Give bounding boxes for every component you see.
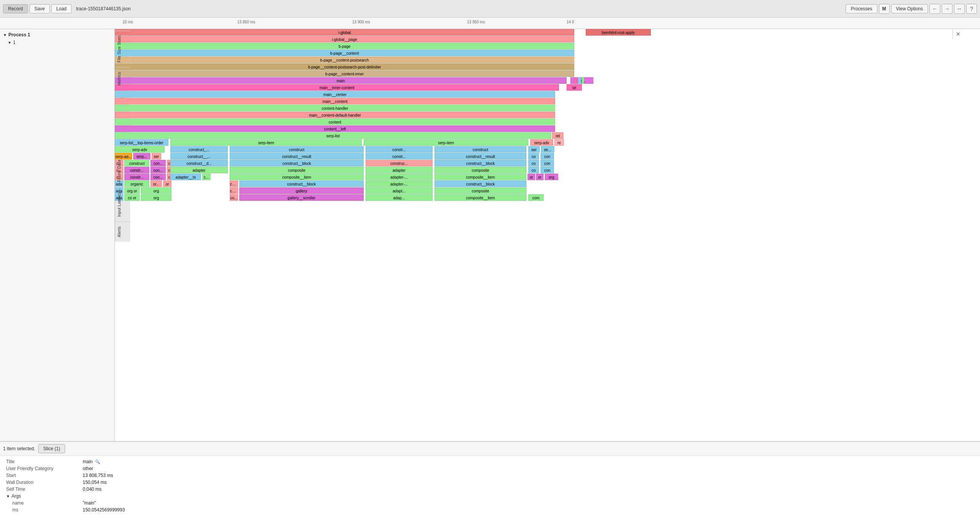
flame-block[interactable]: org bbox=[141, 187, 172, 194]
flame-block[interactable]: adapter bbox=[170, 167, 228, 173]
alerts-tab[interactable]: Alerts bbox=[115, 221, 130, 242]
help-button[interactable]: ? bbox=[966, 4, 977, 14]
flame-block[interactable]: co bbox=[528, 160, 539, 166]
slice-tab[interactable]: Slice (1) bbox=[38, 444, 65, 453]
flame-block[interactable]: main__inner-content bbox=[115, 84, 559, 91]
flame-block[interactable]: construct__block bbox=[434, 160, 526, 166]
flame-block[interactable]: c... bbox=[202, 174, 211, 180]
flame-block[interactable]: co... bbox=[230, 194, 238, 201]
flame-block[interactable]: con bbox=[541, 153, 554, 160]
flame-block[interactable]: serp-item bbox=[170, 139, 362, 146]
flame-block[interactable]: adap... bbox=[366, 194, 433, 201]
flame-block[interactable]: construct__d... bbox=[170, 160, 228, 166]
flame-block[interactable]: serp-list__top-items-order bbox=[115, 139, 168, 146]
view-options-button[interactable]: View Options bbox=[891, 4, 928, 13]
flame-canvas[interactable]: i-global bemhtml-root-apply i-global__pa… bbox=[115, 29, 965, 441]
flame-block[interactable]: construct__result bbox=[434, 153, 526, 160]
flame-block[interactable]: b-page__content-postsearch-post-delimite… bbox=[115, 63, 574, 70]
flame-block[interactable]: rel bbox=[552, 132, 564, 139]
nav-forward-button[interactable]: → bbox=[942, 4, 952, 14]
flame-block[interactable]: constr... bbox=[366, 146, 433, 153]
input-latency-tab[interactable]: Input Latency bbox=[115, 187, 130, 221]
flame-block[interactable]: b-page__content-postsearch bbox=[115, 57, 574, 63]
flame-block[interactable]: or bbox=[163, 181, 172, 187]
process-header[interactable]: ▼ Process 1 bbox=[0, 31, 114, 39]
flame-block[interactable]: bemhtml-root-apply bbox=[586, 29, 651, 36]
flame-block[interactable]: serp-adv bbox=[115, 146, 165, 153]
flame-block[interactable]: org bbox=[141, 194, 172, 201]
flame-block[interactable]: composite__item bbox=[434, 174, 526, 180]
processes-button[interactable]: Processes bbox=[846, 4, 877, 13]
flame-block[interactable]: composite bbox=[434, 167, 526, 173]
flame-block[interactable]: gallery bbox=[239, 187, 364, 194]
flame-block[interactable]: con bbox=[541, 160, 554, 166]
flame-block[interactable]: construct_... bbox=[170, 146, 228, 153]
flame-block[interactable]: i-global bbox=[115, 29, 574, 36]
flame-block[interactable]: construct bbox=[434, 146, 526, 153]
flame-block[interactable]: main__content bbox=[115, 98, 555, 104]
flame-block[interactable]: con... bbox=[150, 174, 166, 180]
flame-block[interactable]: content-handler bbox=[115, 105, 555, 111]
flame-block[interactable]: composite bbox=[434, 187, 526, 194]
flame-block[interactable]: serp-item bbox=[364, 139, 528, 146]
flame-block[interactable]: construct__block bbox=[230, 160, 364, 166]
args-header[interactable]: ▼ Args bbox=[6, 493, 974, 499]
flame-block[interactable]: con... bbox=[150, 167, 166, 173]
flame-block[interactable]: or bbox=[528, 174, 535, 180]
flame-block[interactable]: construct__block bbox=[239, 181, 364, 187]
flame-block[interactable]: ser bbox=[152, 153, 161, 160]
nav-expand-button[interactable]: ↔ bbox=[954, 4, 965, 14]
flame-block[interactable]: construct__result bbox=[230, 153, 364, 160]
flame-block[interactable]: adapt... bbox=[366, 187, 433, 194]
flame-block[interactable]: composite bbox=[230, 167, 364, 173]
flame-block[interactable]: con... bbox=[230, 181, 238, 187]
flame-block[interactable]: composite__item bbox=[434, 194, 526, 201]
flame-block[interactable]: com bbox=[528, 194, 544, 201]
flame-block[interactable]: b-page bbox=[115, 43, 574, 49]
flame-block[interactable]: or... bbox=[150, 181, 162, 187]
flame-block[interactable]: constr... bbox=[366, 153, 433, 160]
flame-block[interactable]: main__content-default-handler bbox=[115, 112, 555, 118]
flame-block[interactable]: b-page__content bbox=[115, 50, 574, 56]
flame-block[interactable]: composite__item bbox=[230, 174, 364, 180]
flame-block[interactable]: con... bbox=[150, 160, 166, 166]
flame-block[interactable]: serp-list bbox=[115, 132, 551, 139]
flame-block[interactable]: adapter bbox=[366, 167, 433, 173]
flame-block[interactable]: gallery__scroller bbox=[239, 194, 364, 201]
flame-block[interactable]: main__center bbox=[115, 91, 555, 98]
flame-block[interactable]: serp-adv bbox=[530, 139, 553, 146]
flame-block[interactable]: i-global__page bbox=[115, 36, 574, 42]
flame-block[interactable]: con bbox=[541, 167, 554, 173]
flame-block[interactable]: adapter__ts bbox=[170, 174, 201, 180]
flame-block[interactable]: construc... bbox=[366, 160, 433, 166]
flame-block[interactable]: org bbox=[545, 174, 558, 180]
flame-block[interactable]: re bbox=[554, 139, 564, 146]
metrics-tab[interactable]: Metrics bbox=[115, 67, 130, 90]
flame-block[interactable]: construct__block bbox=[434, 181, 526, 187]
search-icon[interactable]: 🔍 bbox=[95, 459, 100, 464]
record-button[interactable]: Record bbox=[3, 4, 28, 13]
frame-data-tab[interactable]: Frame Data bbox=[115, 155, 130, 187]
flame-block[interactable]: or bbox=[536, 174, 544, 180]
flame-block[interactable]: co bbox=[528, 167, 539, 173]
flame-block-sm[interactable] bbox=[578, 77, 581, 84]
flame-block-main[interactable]: main bbox=[115, 77, 567, 84]
flame-block[interactable]: se... bbox=[541, 146, 554, 153]
flame-block[interactable]: content__left bbox=[115, 125, 555, 132]
flame-block[interactable]: se bbox=[567, 84, 582, 91]
nav-back-button[interactable]: ← bbox=[929, 4, 940, 14]
flame-block[interactable]: co bbox=[528, 153, 539, 160]
thread-item[interactable]: ▼ 1 bbox=[0, 39, 114, 46]
close-process-button[interactable]: ✕ bbox=[952, 29, 963, 39]
flame-block[interactable]: serp... bbox=[133, 153, 150, 160]
file-size-stats-tab[interactable]: File Size Stats bbox=[115, 31, 130, 67]
flame-block[interactable]: content bbox=[115, 119, 555, 125]
flame-block[interactable]: adapter-... bbox=[366, 174, 433, 180]
flame-block[interactable]: construct bbox=[230, 146, 364, 153]
flame-block[interactable]: adapter-... bbox=[366, 181, 433, 187]
flame-block[interactable]: b-page__content-inner bbox=[115, 70, 574, 77]
flame-block[interactable]: construct__... bbox=[170, 153, 228, 160]
flame-block-sm[interactable] bbox=[574, 77, 577, 84]
flame-block[interactable]: ser bbox=[528, 146, 540, 153]
flame-block-sm[interactable] bbox=[582, 77, 584, 84]
